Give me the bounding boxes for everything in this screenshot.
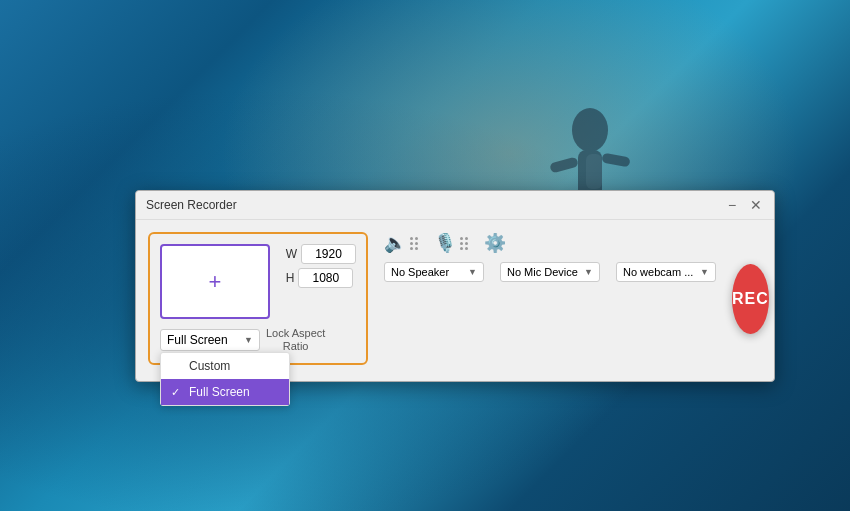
speaker-select-label: No Speaker	[391, 266, 449, 278]
mic-select-label: No Mic Device	[507, 266, 578, 278]
svg-rect-2	[549, 157, 579, 174]
width-input[interactable]	[301, 244, 356, 264]
speaker-dots-icon	[410, 237, 418, 250]
height-field: H	[286, 268, 356, 288]
device-selects-row: No Speaker ▼ No Mic Device ▼ No webcam .…	[384, 262, 716, 282]
mode-selected-label: Full Screen	[167, 333, 228, 347]
add-area-icon: +	[208, 269, 221, 295]
rec-button-label: REC	[732, 290, 769, 308]
lock-aspect-ratio-label: Lock AspectRatio	[266, 327, 325, 353]
speaker-chevron-icon: ▼	[468, 267, 477, 277]
titlebar: Screen Recorder − ✕	[136, 191, 774, 220]
window-title: Screen Recorder	[146, 198, 237, 212]
webcam-group: ⚙️	[484, 232, 506, 254]
svg-rect-8	[586, 154, 602, 189]
svg-point-0	[572, 108, 608, 152]
minimize-button[interactable]: −	[724, 197, 740, 213]
speaker-icons: 🔈	[384, 232, 418, 254]
width-label: W	[286, 247, 297, 261]
dropdown-item-fullscreen[interactable]: ✓ Full Screen	[161, 379, 289, 405]
screen-recorder-window: Screen Recorder − ✕ + W H	[135, 190, 775, 382]
main-content: + W H Full Screen ▼	[136, 220, 774, 381]
dropdown-item-custom[interactable]: Custom	[161, 353, 289, 379]
speaker-icon: 🔈	[384, 232, 406, 254]
fullscreen-option-label: Full Screen	[189, 385, 250, 399]
mic-select[interactable]: No Mic Device ▼	[500, 262, 600, 282]
screen-preview[interactable]: +	[160, 244, 270, 319]
rec-button[interactable]: REC	[732, 264, 769, 334]
mode-select-row: Full Screen ▼ Lock AspectRatio	[160, 327, 356, 353]
custom-option-label: Custom	[189, 359, 230, 373]
preview-dims-row: + W H	[160, 244, 356, 319]
width-field: W	[286, 244, 356, 264]
webcam-chevron-icon: ▼	[700, 267, 709, 277]
height-label: H	[286, 271, 295, 285]
height-input[interactable]	[298, 268, 353, 288]
svg-rect-3	[601, 153, 630, 168]
mic-chevron-icon: ▼	[584, 267, 593, 277]
chevron-down-icon: ▼	[244, 335, 253, 345]
devices-panel: 🔈 🎙️	[384, 232, 716, 282]
selected-check-icon: ✓	[171, 386, 183, 399]
webcam-icon: ⚙️	[484, 232, 506, 254]
dimensions-inputs: W H	[286, 244, 356, 288]
microphone-icon: 🎙️	[434, 232, 456, 254]
webcam-select[interactable]: No webcam ... ▼	[616, 262, 716, 282]
devices-icons-row: 🔈 🎙️	[384, 232, 716, 254]
speaker-select[interactable]: No Speaker ▼	[384, 262, 484, 282]
mic-dots-icon	[460, 237, 468, 250]
recording-area-panel: + W H Full Screen ▼	[148, 232, 368, 365]
speaker-group: 🔈	[384, 232, 418, 254]
mic-group: 🎙️	[434, 232, 468, 254]
window-controls: − ✕	[724, 197, 764, 213]
mic-icons: 🎙️	[434, 232, 468, 254]
mode-dropdown[interactable]: Full Screen ▼	[160, 329, 260, 351]
webcam-icons: ⚙️	[484, 232, 506, 254]
webcam-select-label: No webcam ...	[623, 266, 693, 278]
mode-dropdown-menu: Custom ✓ Full Screen	[160, 352, 290, 406]
close-button[interactable]: ✕	[748, 197, 764, 213]
